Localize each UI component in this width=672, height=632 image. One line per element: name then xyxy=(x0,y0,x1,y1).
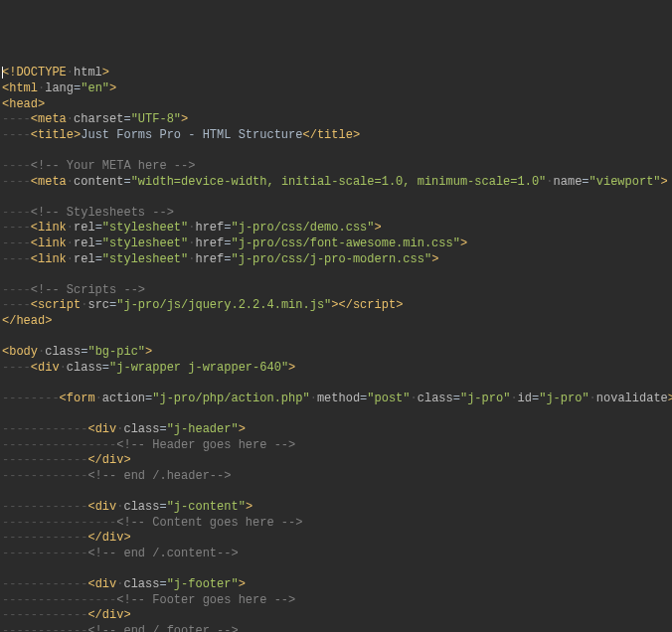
code-line: ----------------<!-- Header goes here --… xyxy=(2,438,670,454)
code-line xyxy=(2,329,670,345)
code-line: ------------<div·class="j-header"> xyxy=(2,422,670,438)
code-line: ----<script·src="j-pro/js/jquery.2.2.4.m… xyxy=(2,298,670,314)
code-line: ----<link·rel="stylesheet"·href="j-pro/c… xyxy=(2,237,670,252)
code-line: ----<div·class="j-wrapper j-wrapper-640"… xyxy=(2,361,670,377)
code-line: <html·lang="en"> xyxy=(2,81,670,97)
code-line: ----<link·rel="stylesheet"·href="j-pro/c… xyxy=(2,221,670,237)
code-line: ----<title>Just Forms Pro - HTML Structu… xyxy=(2,128,670,144)
code-line: ------------</div> xyxy=(2,531,670,547)
code-line xyxy=(2,267,670,283)
code-line: </head> xyxy=(2,314,670,330)
code-line: ----------------<!-- Content goes here -… xyxy=(2,516,670,532)
code-line: ------------<!-- end /.footer --> xyxy=(2,624,670,632)
code-line: ----<link·rel="stylesheet"·href="j-pro/c… xyxy=(2,252,670,268)
code-line: ----------------<!-- Footer goes here --… xyxy=(2,593,670,609)
code-editor[interactable]: <!DOCTYPE·html><html·lang="en"><head>---… xyxy=(2,66,670,632)
code-line: ------------<div·class="j-footer"> xyxy=(2,577,670,593)
code-line: ------------</div> xyxy=(2,453,670,469)
code-line xyxy=(2,143,670,159)
code-line: ------------<!-- end /.header--> xyxy=(2,469,670,485)
code-line: --------<form·action="j-pro/php/action.p… xyxy=(2,392,670,407)
code-line: ------------<!-- end /.content--> xyxy=(2,547,670,562)
code-line: ----<!-- Your META here --> xyxy=(2,159,670,175)
code-line: ----<!-- Scripts --> xyxy=(2,283,670,299)
code-line: <head> xyxy=(2,97,670,113)
code-line xyxy=(2,484,670,500)
code-line xyxy=(2,190,670,206)
code-line: ------------</div> xyxy=(2,608,670,624)
code-line: <body·class="bg-pic"> xyxy=(2,345,670,361)
code-line: <!DOCTYPE·html> xyxy=(2,66,670,81)
code-line: ----<!-- Stylesheets --> xyxy=(2,206,670,222)
code-line xyxy=(2,561,670,577)
code-line xyxy=(2,376,670,392)
code-line xyxy=(2,406,670,422)
code-line: ------------<div·class="j-content"> xyxy=(2,500,670,516)
code-line: ----<meta·charset="UTF-8"> xyxy=(2,112,670,128)
code-line: ----<meta·content="width=device-width, i… xyxy=(2,175,670,191)
